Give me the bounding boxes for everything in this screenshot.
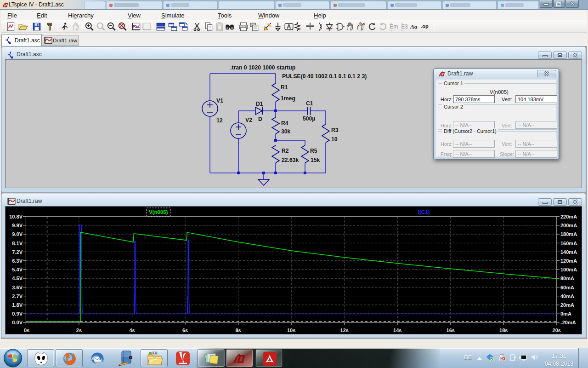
svg-text:18s: 18s	[499, 328, 508, 333]
svg-text:.op: .op	[421, 23, 429, 29]
svg-text:R2: R2	[282, 148, 289, 154]
svg-text:16s: 16s	[447, 328, 455, 333]
svg-text:3.6V: 3.6V	[12, 285, 23, 290]
svg-text:200mA: 200mA	[560, 223, 577, 228]
svg-text:2.7V: 2.7V	[12, 293, 23, 299]
svg-text:15k: 15k	[311, 157, 320, 163]
svg-text:220mA: 220mA	[560, 214, 577, 219]
svg-text:V1: V1	[216, 98, 223, 104]
svg-text:.tran 0 1020 1000 startup: .tran 0 1020 1000 startup	[230, 64, 295, 71]
svg-text:160mA: 160mA	[560, 241, 577, 246]
svg-text:1meg: 1meg	[281, 95, 295, 102]
svg-text:40mA: 40mA	[560, 293, 574, 299]
svg-text:Em: Em	[390, 23, 398, 30]
svg-text:5.4V: 5.4V	[12, 267, 23, 272]
svg-text:80mA: 80mA	[560, 276, 574, 281]
svg-text:8s: 8s	[235, 328, 241, 333]
svg-text:0.9V: 0.9V	[12, 311, 23, 316]
svg-text:4s: 4s	[129, 328, 135, 333]
svg-text:30k: 30k	[281, 128, 291, 135]
svg-text:20s: 20s	[553, 328, 561, 333]
svg-text:R5: R5	[310, 148, 317, 154]
svg-text:V(n005): V(n005)	[149, 209, 168, 215]
svg-text:-20mA: -20mA	[560, 320, 576, 325]
svg-text:Aa: Aa	[410, 23, 418, 30]
svg-text:12s: 12s	[340, 328, 349, 333]
svg-text:V2: V2	[245, 117, 252, 123]
svg-text:120mA: 120mA	[560, 258, 577, 264]
svg-text:60mA: 60mA	[560, 285, 574, 290]
svg-text:I(C1): I(C1)	[418, 209, 430, 215]
svg-text:14s: 14s	[393, 328, 401, 333]
svg-text:22.63k: 22.63k	[282, 157, 299, 163]
svg-text:2s: 2s	[76, 328, 82, 333]
svg-text:0.0V: 0.0V	[12, 320, 23, 325]
svg-text:10.8V: 10.8V	[9, 214, 23, 219]
svg-text:100mA: 100mA	[560, 267, 577, 272]
svg-text:D: D	[258, 116, 262, 122]
svg-text:6.3V: 6.3V	[12, 258, 23, 264]
svg-text:4.5V: 4.5V	[12, 276, 23, 281]
svg-text:A: A	[287, 23, 291, 30]
svg-text:140mA: 140mA	[560, 249, 577, 255]
svg-text:R1: R1	[281, 84, 288, 91]
svg-text:8.1V: 8.1V	[12, 241, 23, 246]
svg-text:10: 10	[331, 136, 338, 143]
svg-text:9.9V: 9.9V	[12, 223, 23, 228]
svg-text:180mA: 180mA	[560, 231, 577, 237]
svg-text:20mA: 20mA	[560, 302, 574, 308]
svg-text:9.0V: 9.0V	[12, 231, 23, 237]
svg-text:1.8V: 1.8V	[12, 302, 23, 308]
svg-text:0s: 0s	[24, 328, 29, 333]
svg-text:6s: 6s	[182, 328, 188, 333]
svg-text:PULSE(0 40 1002 0.1 0.1 0.1 2: PULSE(0 40 1002 0.1 0.1 0.1 2 3)	[282, 73, 367, 80]
svg-text:E3: E3	[401, 23, 408, 30]
svg-text:12: 12	[216, 117, 223, 124]
svg-text:C1: C1	[306, 100, 313, 107]
svg-text:7.2V: 7.2V	[12, 249, 23, 255]
svg-text:10s: 10s	[287, 328, 295, 333]
svg-text:D1: D1	[256, 101, 263, 107]
svg-text:0mA: 0mA	[560, 311, 571, 316]
svg-text:500µ: 500µ	[303, 115, 315, 122]
svg-text:R3: R3	[331, 127, 339, 133]
svg-text:R4: R4	[281, 120, 288, 126]
